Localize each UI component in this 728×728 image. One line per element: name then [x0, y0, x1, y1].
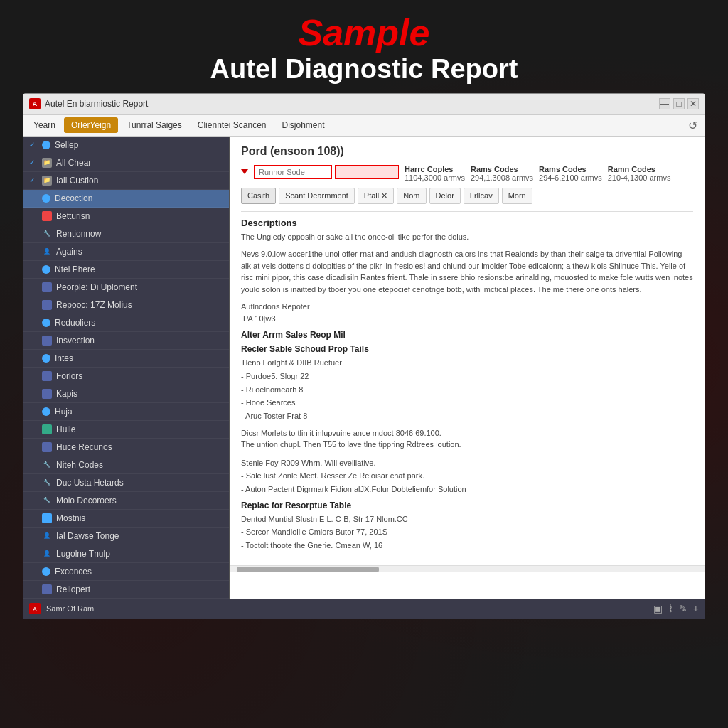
sidebar-item-label: Forlors — [56, 371, 223, 381]
nom-button[interactable]: Nom — [397, 188, 426, 204]
sidebar-item-kapis[interactable]: Kapis — [23, 385, 229, 403]
morn-button[interactable]: Morn — [502, 188, 532, 204]
sidebar-item-ntelphere[interactable]: Ntel Phere — [23, 261, 229, 279]
sidebar-item-label: Duc Usta Hetards — [56, 478, 223, 488]
menu-item-clientei[interactable]: Clienntei Scancen — [191, 117, 274, 133]
sidebar-item-peorple[interactable]: Peorple: Di Uploment — [23, 279, 229, 296]
bottom-app-icon: A — [29, 603, 41, 614]
sidebar-item-agains[interactable]: 👤 Agains — [23, 243, 229, 261]
tool-icon-1[interactable]: ▣ — [653, 603, 663, 614]
close-button[interactable]: ✕ — [687, 98, 699, 109]
bottom-label: Samr Of Ram — [46, 604, 94, 613]
sidebar-item-repooc[interactable]: Repooc: 17Z Molius — [23, 296, 229, 314]
arrow-down-icon — [241, 169, 248, 174]
sidebar-dot-blue — [42, 354, 50, 363]
bold-alter: Alter Arrm Sales Reop Mil — [241, 330, 693, 340]
sidebar-item-label: Huce Recunos — [56, 442, 223, 452]
title-bar: A Autel En biarmiostic Report — □ ✕ — [23, 94, 705, 115]
sidebar-item-betturisn[interactable]: Betturisn — [23, 208, 229, 225]
sidebar-item-nitehcodes[interactable]: 🔧 Niteh Codes — [23, 456, 229, 474]
sidebar-item-label: Niteh Codes — [56, 460, 223, 470]
sample-label: Sample — [210, 13, 518, 53]
sidebar-item-rentionnow[interactable]: 🔧 Rentionnow — [23, 225, 229, 243]
sidebar-item-reliopert[interactable]: Reliopert — [23, 581, 229, 599]
code-block-4: Ramn Codes 210-4,1300 armvs — [608, 165, 671, 182]
title-bar-controls: — □ ✕ — [659, 98, 699, 109]
code-block-2: Rams Codes 294,1.3008 armvs — [471, 165, 533, 182]
menu-bar: Yearn OrlerYeign Tunrral Saiges Cliennte… — [23, 115, 705, 136]
bold-replac: Replac for Resorptue Table — [241, 500, 693, 510]
code-value: 294,1.3008 armvs — [471, 173, 533, 182]
sidebar-item-label: Decoction — [55, 193, 223, 203]
sidebar-item-ialdawsetonge[interactable]: 👤 Ial Dawse Tonge — [23, 528, 229, 545]
scant-button[interactable]: Scant Dearmment — [279, 188, 355, 204]
multi-icon — [42, 584, 52, 594]
sidebar-item-exconces[interactable]: Exconces — [23, 563, 229, 581]
sidebar-item-label: Insvection — [56, 336, 223, 346]
sidebar-item-molodecorers[interactable]: 🔧 Molo Decoroers — [23, 492, 229, 510]
sidebar-item-iallcustion[interactable]: ✓ 📁 Iall Custion — [23, 172, 229, 190]
sidebar-item-ducustahetards[interactable]: 🔧 Duc Usta Hetards — [23, 474, 229, 492]
sidebar-item-mostnis[interactable]: Mostnis — [23, 510, 229, 528]
multi-icon — [42, 442, 52, 452]
sidebar-item-lugolnetnulp[interactable]: 👤 Lugolne Tnulp — [23, 545, 229, 563]
horizontal-scrollbar[interactable] — [230, 565, 705, 572]
bottom-bar: A Samr Of Ram ▣ ⌇ ✎ + — [23, 599, 705, 619]
divider — [241, 211, 693, 212]
action-buttons: Casith Scant Dearmment Ptall ✕ Nom Delor… — [241, 188, 693, 204]
sidebar-item-label: Lugolne Tnulp — [56, 549, 223, 559]
check-icon: ✓ — [29, 141, 38, 149]
casith-button[interactable]: Casith — [241, 188, 276, 204]
sidebar-item-hucerecunos[interactable]: Huce Recunos — [23, 439, 229, 456]
code-label: Rams Codes — [471, 165, 533, 173]
lrllcav-button[interactable]: Lrllcav — [464, 188, 499, 204]
person-icon: 👤 — [42, 531, 52, 541]
code-block-1: Harrc Coples 1104,3000 armvs — [405, 165, 465, 182]
maximize-button[interactable]: □ — [673, 98, 685, 109]
sidebar-item-label: All Chear — [56, 158, 223, 168]
check-icon: ✓ — [29, 176, 38, 184]
menu-item-orleryeign[interactable]: OrlerYeign — [64, 117, 118, 133]
sidebar-item-insvection[interactable]: Insvection — [23, 332, 229, 350]
sidebar-item-decoction[interactable]: Decoction — [23, 190, 229, 208]
refresh-icon[interactable]: ↺ — [684, 119, 702, 132]
sidebar-item-label: Sellep — [55, 140, 223, 150]
menu-item-yearn[interactable]: Yearn — [26, 117, 63, 133]
code-input-2[interactable] — [335, 165, 399, 179]
window-title: Autel En biarmiostic Report — [45, 99, 148, 109]
delor-button[interactable]: Delor — [429, 188, 461, 204]
sidebar-item-label: Reduoliers — [55, 318, 223, 328]
minimize-button[interactable]: — — [659, 98, 670, 109]
sidebar-item-hulle[interactable]: Hulle — [23, 421, 229, 439]
sidebar-item-label: Reliopert — [56, 584, 223, 594]
content-panel[interactable]: Pord (ensoon 108)) Harrc Coples 1104,300… — [230, 136, 705, 599]
sidebar-item-label: Exconces — [55, 567, 223, 577]
sidebar-item-sellep[interactable]: ✓ Sellep — [23, 136, 229, 154]
multi-icon — [42, 424, 52, 434]
person-icon: 👤 — [42, 247, 52, 257]
code-input-1[interactable] — [254, 165, 332, 179]
sidebar-item-label: Ntel Phere — [55, 264, 223, 274]
vehicle-title: Pord (ensoon 108)) — [241, 145, 693, 158]
sidebar-item-label: Kapis — [56, 389, 223, 399]
code-value: 1104,3000 armvs — [405, 173, 465, 182]
folder-icon: 📁 — [42, 158, 52, 168]
menu-item-tunrral[interactable]: Tunrral Saiges — [119, 117, 189, 133]
multi-icon — [42, 282, 52, 292]
person-icon: 👤 — [42, 549, 52, 559]
sidebar-item-label: Hulle — [56, 424, 223, 434]
tool-icon-2[interactable]: ⌇ — [668, 603, 673, 614]
multi-icon — [42, 300, 52, 310]
h-scrollbar-thumb[interactable] — [237, 567, 379, 572]
sidebar-dot-blue — [42, 567, 50, 576]
list-text-2: Stenle Foy R009 Whrn. Will evelliative. … — [241, 456, 693, 496]
ptall-button[interactable]: Ptall ✕ — [358, 188, 394, 204]
sidebar-item-allchear[interactable]: ✓ 📁 All Chear — [23, 154, 229, 172]
sidebar-item-forlors[interactable]: Forlors — [23, 368, 229, 385]
sidebar-item-intes[interactable]: Intes — [23, 350, 229, 368]
tool-icon-4[interactable]: + — [693, 603, 699, 614]
sidebar-item-huja[interactable]: Huja — [23, 403, 229, 421]
tool-icon-3[interactable]: ✎ — [679, 603, 687, 614]
sidebar-item-reduoliers[interactable]: Reduoliers — [23, 314, 229, 332]
menu-item-disjohment[interactable]: Disjohment — [275, 117, 332, 133]
